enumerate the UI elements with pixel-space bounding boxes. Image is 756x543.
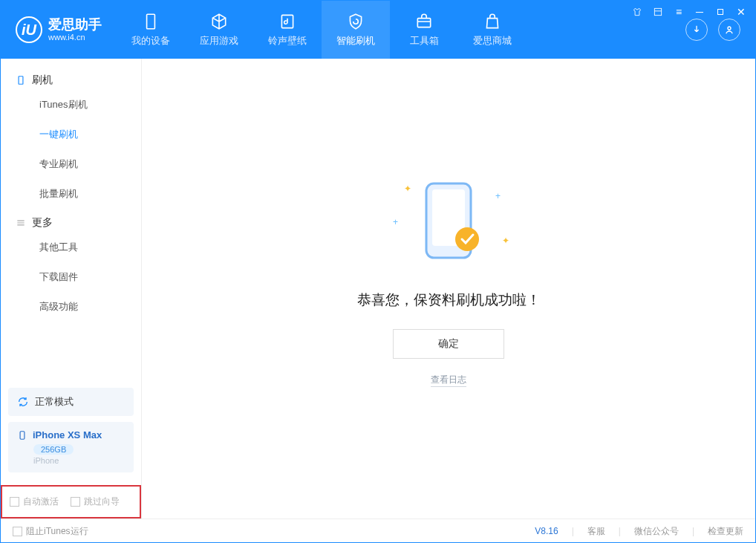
app-header: iU 爱思助手 www.i4.cn 我的设备 应用游戏 铃声壁纸 智能刷机 工具… xyxy=(1,1,755,59)
check-update-link[interactable]: 检查更新 xyxy=(708,525,743,538)
success-message: 恭喜您，保资料刷机成功啦！ xyxy=(357,290,541,310)
sidebar-section-label: 刷机 xyxy=(32,74,53,87)
svg-rect-6 xyxy=(19,77,23,85)
phone-icon xyxy=(141,12,160,31)
tab-my-device[interactable]: 我的设备 xyxy=(117,1,185,59)
sidebar-item-other-tools[interactable]: 其他工具 xyxy=(1,233,141,262)
sidebar-section-label: 更多 xyxy=(32,216,53,230)
download-button[interactable] xyxy=(685,19,708,41)
tab-apps-games[interactable]: 应用游戏 xyxy=(185,1,253,59)
sparkle-icon: + xyxy=(393,217,398,227)
checkbox-label: 跳过向导 xyxy=(84,495,120,508)
checkbox-skip-wizard[interactable]: 跳过向导 xyxy=(71,495,120,508)
user-button[interactable] xyxy=(718,19,740,41)
shirt-icon[interactable] xyxy=(630,5,644,19)
sparkle-icon: + xyxy=(495,191,501,201)
svg-rect-0 xyxy=(147,14,155,29)
svg-rect-4 xyxy=(654,8,661,15)
user-icon xyxy=(723,24,735,36)
success-illustration: ✦ + + ✦ xyxy=(397,176,501,276)
tab-ring-wall[interactable]: 铃声壁纸 xyxy=(253,1,322,59)
view-log-link[interactable]: 查看日志 xyxy=(431,374,466,387)
tab-smart-flash[interactable]: 智能刷机 xyxy=(322,1,390,59)
device-icon xyxy=(16,75,26,85)
version-label: V8.16 xyxy=(535,526,558,536)
sidebar: 刷机 iTunes刷机 一键刷机 专业刷机 批量刷机 更多 其他工具 下载固件 … xyxy=(1,59,142,518)
sidebar-section-more: 更多 xyxy=(1,209,141,233)
list-icon xyxy=(16,218,26,228)
shield-refresh-icon xyxy=(346,12,365,31)
checkbox-label: 自动激活 xyxy=(23,495,59,508)
svg-rect-5 xyxy=(718,10,723,15)
phone-small-icon xyxy=(17,430,27,440)
checkbox-label: 阻止iTunes运行 xyxy=(26,525,88,538)
tab-store[interactable]: 爱思商城 xyxy=(458,1,527,59)
checkbox-icon xyxy=(13,527,22,536)
checkbox-icon xyxy=(10,497,19,507)
tab-label: 爱思商城 xyxy=(473,34,512,48)
close-button[interactable]: ✕ xyxy=(734,5,748,19)
sidebar-item-onekey-flash[interactable]: 一键刷机 xyxy=(1,120,141,149)
footer: 阻止iTunes运行 V8.16 | 客服 | 微信公众号 | 检查更新 xyxy=(1,518,755,543)
music-icon xyxy=(278,12,297,31)
logo-icon: iU xyxy=(16,16,42,43)
body-area: 刷机 iTunes刷机 一键刷机 专业刷机 批量刷机 更多 其他工具 下载固件 … xyxy=(1,59,755,518)
tab-label: 工具箱 xyxy=(410,34,439,48)
checkbox-icon xyxy=(71,497,80,507)
sparkle-icon: ✦ xyxy=(502,235,509,246)
ok-button[interactable]: 确定 xyxy=(393,329,504,359)
svg-point-3 xyxy=(728,27,731,30)
refresh-icon xyxy=(17,396,29,408)
options-highlight-box: 自动激活 跳过向导 xyxy=(1,485,141,518)
tab-label: 智能刷机 xyxy=(336,34,375,48)
sidebar-section-flash: 刷机 xyxy=(1,66,141,90)
tab-label: 铃声壁纸 xyxy=(268,34,307,48)
device-capacity-badge: 256GB xyxy=(33,444,74,455)
header-actions xyxy=(685,19,755,41)
sidebar-item-pro-flash[interactable]: 专业刷机 xyxy=(1,149,141,179)
window-controls: ≡ ─ ✕ xyxy=(630,5,748,19)
nav-tabs: 我的设备 应用游戏 铃声壁纸 智能刷机 工具箱 爱思商城 xyxy=(117,1,527,59)
tab-label: 我的设备 xyxy=(131,34,170,48)
device-type-label: iPhone xyxy=(33,456,125,465)
checkbox-block-itunes[interactable]: 阻止iTunes运行 xyxy=(13,525,88,538)
device-info-box[interactable]: iPhone XS Max 256GB iPhone xyxy=(8,422,134,472)
device-panel: 正常模式 iPhone XS Max 256GB iPhone xyxy=(8,388,134,472)
app-subtitle: www.i4.cn xyxy=(48,33,102,42)
sidebar-item-batch-flash[interactable]: 批量刷机 xyxy=(1,179,141,209)
sidebar-item-itunes-flash[interactable]: iTunes刷机 xyxy=(1,90,141,120)
support-link[interactable]: 客服 xyxy=(587,525,605,538)
svg-rect-2 xyxy=(417,19,430,27)
wechat-link[interactable]: 微信公众号 xyxy=(634,525,679,538)
checkbox-auto-activate[interactable]: 自动激活 xyxy=(10,495,59,508)
sidebar-item-download-firmware[interactable]: 下载固件 xyxy=(1,262,141,292)
app-title: 爱思助手 xyxy=(48,18,102,33)
download-icon xyxy=(691,24,703,36)
tab-label: 应用游戏 xyxy=(200,34,238,48)
cube-icon xyxy=(209,12,229,31)
layout-icon[interactable] xyxy=(651,5,665,19)
bag-icon xyxy=(483,12,502,31)
tab-toolbox[interactable]: 工具箱 xyxy=(390,1,458,59)
device-mode-label: 正常模式 xyxy=(35,395,74,409)
device-name-label: iPhone XS Max xyxy=(33,429,102,440)
menu-icon[interactable]: ≡ xyxy=(672,5,685,19)
main-content: ✦ + + ✦ 恭喜您，保资料刷机成功啦！ 确定 查看日志 xyxy=(142,59,755,518)
device-mode-box[interactable]: 正常模式 xyxy=(8,388,134,416)
sparkle-icon: ✦ xyxy=(404,183,411,194)
minimize-button[interactable]: ─ xyxy=(693,5,706,19)
maximize-button[interactable] xyxy=(714,5,727,19)
logo-area: iU 爱思助手 www.i4.cn xyxy=(1,16,117,43)
sidebar-item-advanced[interactable]: 高级功能 xyxy=(1,292,141,322)
toolbox-icon xyxy=(414,12,434,31)
svg-point-10 xyxy=(455,227,479,251)
svg-rect-7 xyxy=(20,431,25,439)
